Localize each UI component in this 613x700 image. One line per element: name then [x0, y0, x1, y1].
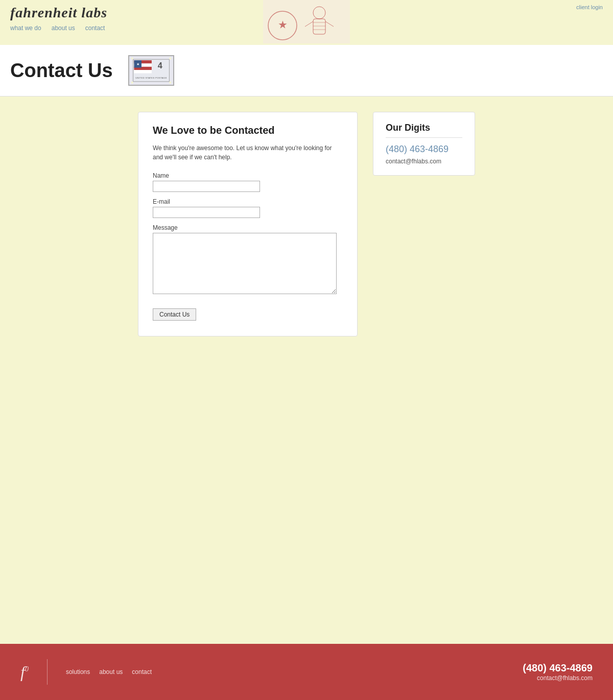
form-heading: We Love to be Contacted [153, 125, 343, 136]
footer-nav: solutions about us contact [66, 668, 152, 675]
footer-logo-sup: 0 [25, 665, 29, 673]
header-left: fahrenheit labs what we do about us cont… [10, 4, 107, 32]
svg-rect-19 [131, 58, 133, 60]
digits-email: contact@fhlabs.com [386, 158, 462, 165]
message-label: Message [153, 224, 343, 231]
contact-form-panel: We Love to be Contacted We think you're … [138, 112, 358, 336]
email-label: E-mail [153, 198, 343, 205]
footer-email: contact@fhlabs.com [537, 674, 593, 682]
header-nav: what we do about us contact [10, 25, 107, 32]
submit-button[interactable]: Contact Us [153, 308, 196, 321]
nav-contact[interactable]: contact [85, 25, 105, 32]
footer-nav-solutions[interactable]: solutions [66, 668, 90, 675]
name-input[interactable] [153, 181, 260, 192]
form-description: We think you're awesome too. Let us know… [153, 143, 343, 162]
page-header-bar: Contact Us ★ 4 UNITED STATES POSTAGE [0, 45, 613, 96]
nav-what-we-do[interactable]: what we do [10, 25, 41, 32]
header-stamp-illustration: ★ [263, 0, 350, 43]
contact-form: Name E-mail Message Contact Us [153, 172, 343, 321]
digits-panel: Our Digits (480) 463-4869 contact@fhlabs… [373, 112, 475, 176]
svg-text:★: ★ [136, 62, 139, 66]
page-spacer [0, 352, 613, 644]
message-textarea[interactable] [153, 233, 337, 294]
site-footer: f0 solutions about us contact (480) 463-… [0, 644, 613, 700]
footer-logo-char: f0 [20, 663, 29, 682]
client-login-link[interactable]: client login [576, 4, 603, 10]
email-field-group: E-mail [153, 198, 343, 218]
svg-text:UNITED STATES POSTAGE: UNITED STATES POSTAGE [135, 77, 167, 79]
svg-rect-0 [263, 0, 350, 43]
site-header: fahrenheit labs what we do about us cont… [0, 0, 613, 45]
header-illustration: ★ [263, 0, 350, 45]
message-field-group: Message [153, 224, 343, 294]
site-title: fahrenheit labs [10, 4, 107, 21]
page-title: Contact Us [10, 60, 113, 82]
name-label: Name [153, 172, 343, 179]
svg-text:4: 4 [157, 61, 162, 70]
email-input[interactable] [153, 207, 260, 218]
svg-rect-21 [131, 82, 133, 84]
digits-heading: Our Digits [386, 123, 462, 138]
nav-about-us[interactable]: about us [52, 25, 75, 32]
main-content: We Love to be Contacted We think you're … [0, 96, 613, 352]
name-field-group: Name [153, 172, 343, 192]
svg-text:★: ★ [278, 20, 287, 30]
svg-rect-20 [169, 58, 171, 60]
postage-stamp-decoration: ★ 4 UNITED STATES POSTAGE [128, 55, 174, 86]
footer-right: (480) 463-4869 contact@fhlabs.com [523, 662, 593, 682]
footer-left: f0 solutions about us contact [20, 659, 152, 685]
footer-divider [47, 659, 48, 685]
footer-nav-contact[interactable]: contact [132, 668, 152, 675]
footer-logo: f0 [20, 663, 29, 682]
footer-nav-about-us[interactable]: about us [99, 668, 123, 675]
svg-rect-22 [169, 82, 171, 84]
svg-rect-14 [134, 70, 151, 73]
digits-phone: (480) 463-4869 [386, 144, 462, 155]
footer-phone: (480) 463-4869 [523, 662, 593, 674]
